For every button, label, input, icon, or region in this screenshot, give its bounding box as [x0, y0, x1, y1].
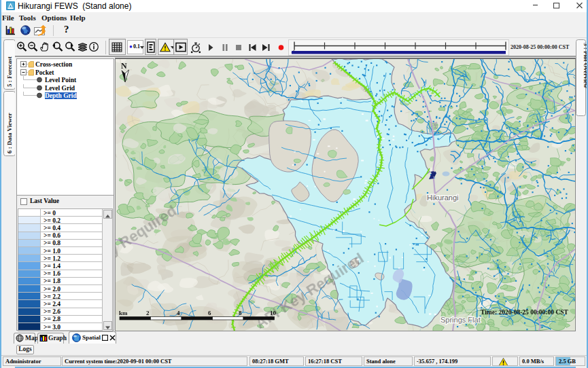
- svg-text:4: 4: [177, 310, 180, 316]
- svg-text:Springs Flat: Springs Flat: [440, 316, 481, 324]
- svg-text:10: 10: [270, 310, 277, 316]
- svg-text:2: 2: [146, 310, 150, 316]
- svg-text:SH 1: SH 1: [432, 122, 438, 133]
- svg-text:6: 6: [208, 310, 211, 316]
- svg-text:5 : Forecast: 5 : Forecast: [6, 56, 13, 87]
- svg-text:km: km: [119, 310, 128, 316]
- svg-text:N: N: [121, 61, 127, 71]
- svg-text:Time: 2020-08-25 00:00:00 CST: Time: 2020-08-25 00:00:00 CST: [481, 309, 569, 316]
- svg-text:8: 8: [239, 310, 242, 316]
- svg-text:3 : Plot Overview: 3 : Plot Overview: [583, 43, 587, 88]
- svg-text:Hikurangi: Hikurangi: [427, 194, 458, 202]
- svg-text:6 : Data Viewer: 6 : Data Viewer: [6, 113, 13, 153]
